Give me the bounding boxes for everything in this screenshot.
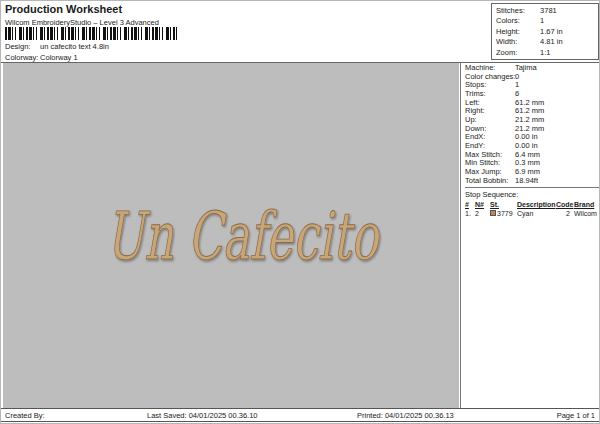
colorway-name: Colorway 1 — [40, 53, 78, 62]
machine-stat-value: 21.2 mm — [515, 115, 544, 124]
machine-stat-value: 0.00 in — [515, 141, 538, 150]
cell-num: 1. — [465, 209, 475, 218]
machine-stat-value: 21.2 mm — [515, 124, 544, 133]
cell-stitch: 3779 — [490, 209, 517, 218]
summary-label: Height: — [496, 27, 538, 37]
col-header-description: Description — [517, 200, 556, 209]
thread-color-swatch — [490, 210, 496, 216]
worksheet-footer: Created By: Last Saved: 04/01/2025 00.36… — [1, 408, 599, 422]
summary-label: Width: — [496, 37, 538, 47]
machine-stat-value: 0.3 mm — [515, 158, 540, 167]
stop-sequence-table: # N# St. Description Code Brand 1. 2 377… — [465, 200, 600, 218]
machine-stat-value: Tajima — [515, 63, 537, 72]
cell-description: Cyan — [517, 209, 556, 218]
embroidered-text: Un Cafecito — [106, 198, 380, 275]
cell-stitch-count: 3779 — [497, 210, 513, 217]
design-barcode — [5, 27, 177, 40]
design-name: un cafecito text 4.8in — [40, 42, 109, 51]
summary-row: Colors: 1 — [496, 16, 596, 26]
col-header-needle: N# — [475, 200, 490, 209]
summary-value: 3781 — [540, 6, 557, 15]
summary-value: 1 — [540, 16, 544, 25]
embroidery-preview: Un Cafecito — [3, 63, 459, 408]
machine-stat-value: 0 — [515, 72, 519, 81]
stop-sequence-data-row: 1. 2 3779 Cyan 2 Wilcom — [465, 209, 600, 218]
stop-sequence-section: Stop Sequence: # N# St. Description Code… — [465, 187, 600, 218]
cell-brand: Wilcom — [572, 209, 599, 218]
last-saved-timestamp: Last Saved: 04/01/2025 00.36.10 — [147, 411, 258, 420]
machine-stat-value: 61.2 mm — [515, 106, 544, 115]
machine-stat-value: 1 — [515, 80, 519, 89]
machine-info-panel: Machine: Tajima Color changes: 0 Stops: … — [460, 63, 600, 408]
app-subtitle: Wilcom EmbroideryStudio – Level 3 Advanc… — [5, 18, 159, 27]
design-label: Design: — [5, 42, 38, 51]
summary-row: Width: 4.81 in — [496, 37, 596, 47]
production-worksheet-page: Production Worksheet Wilcom EmbroiderySt… — [0, 0, 600, 424]
cell-code: 2 — [556, 209, 572, 218]
col-header-stitch: St. — [490, 200, 517, 209]
machine-stat-row: Total Bobbin: 18.94ft — [465, 177, 600, 186]
machine-stat-value: 18.94ft — [515, 176, 538, 185]
summary-value: 1:1 — [540, 48, 550, 57]
machine-stat-value: 6 — [515, 89, 519, 98]
machine-stat-label: Total Bobbin: — [465, 177, 513, 186]
colorway-label: Colorway: — [5, 53, 38, 62]
stop-sequence-title: Stop Sequence: — [465, 190, 600, 199]
machine-stat-value: 6.4 mm — [515, 150, 540, 159]
summary-row: Height: 1.67 in — [496, 27, 596, 37]
machine-stat-value: 0.00 in — [515, 132, 538, 141]
cell-needle: 2 — [475, 209, 490, 218]
page-number: Page 1 of 1 — [557, 411, 595, 420]
machine-stat-value: 6.9 mm — [515, 167, 540, 176]
summary-value: 4.81 in — [540, 37, 563, 46]
summary-value: 1.67 in — [540, 27, 563, 36]
machine-stats-list: Machine: Tajima Color changes: 0 Stops: … — [465, 64, 600, 185]
summary-row: Stitches: 3781 — [496, 6, 596, 16]
col-header-code: Code — [556, 200, 572, 209]
summary-row: Zoom: 1:1 — [496, 48, 596, 58]
machine-stat-value: 61.2 mm — [515, 98, 544, 107]
created-by-label: Created By: — [5, 411, 45, 420]
stop-sequence-header-row: # N# St. Description Code Brand — [465, 200, 600, 209]
col-header-brand: Brand — [572, 200, 599, 209]
printed-timestamp: Printed: 04/01/2025 00.36.13 — [357, 411, 454, 420]
design-preview-canvas: Un Cafecito — [3, 63, 459, 408]
summary-label: Zoom: — [496, 48, 538, 58]
summary-label: Stitches: — [496, 6, 538, 16]
design-row: Design: un cafecito text 4.8in — [5, 42, 109, 51]
colorway-row: Colorway: Colorway 1 — [5, 53, 78, 62]
col-header-num: # — [465, 200, 475, 209]
summary-label: Colors: — [496, 16, 538, 26]
page-title: Production Worksheet — [5, 3, 122, 15]
design-summary-box: Stitches: 3781 Colors: 1 Height: 1.67 in… — [491, 3, 599, 60]
